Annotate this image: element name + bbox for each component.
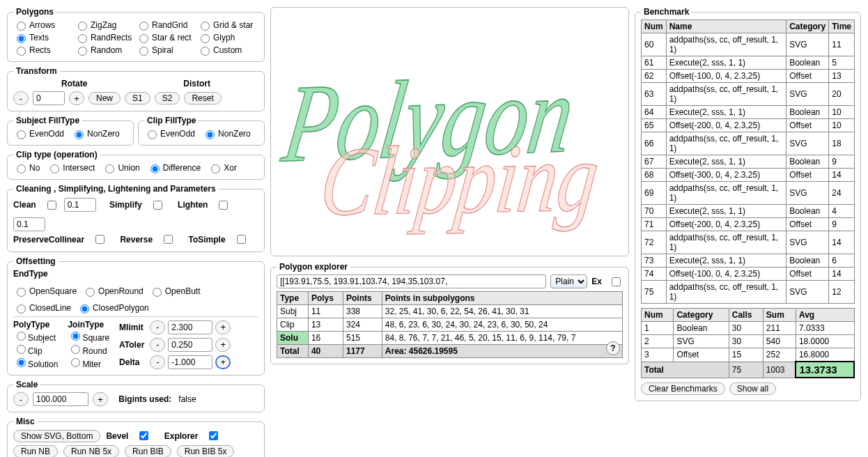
polygon-option-rects[interactable]: Rects: [13, 45, 75, 56]
transform-plus[interactable]: +: [69, 91, 84, 105]
clip-type-no[interactable]: No: [13, 162, 40, 173]
subject-fill-radio-nonzero[interactable]: [75, 130, 84, 139]
bevel-checkbox[interactable]: [139, 431, 148, 440]
transform-s1[interactable]: S1: [125, 92, 150, 104]
clip-type-radio-intersect[interactable]: [50, 164, 59, 173]
endtype-openround[interactable]: OpenRound: [82, 286, 144, 297]
delta-value[interactable]: [168, 355, 212, 369]
polygon-option-random[interactable]: Random: [75, 45, 136, 56]
scale-minus[interactable]: -: [13, 392, 29, 406]
ex-checkbox[interactable]: [612, 277, 621, 286]
simplify-checkbox[interactable]: [153, 201, 162, 210]
lighten-value[interactable]: [13, 217, 45, 231]
clean-checkbox[interactable]: [47, 201, 56, 210]
polygon-option-glyph[interactable]: Glyph: [197, 32, 258, 43]
polygon-option-star-rect[interactable]: Star & rect: [136, 32, 197, 43]
canvas-panel[interactable]: Polygon Clipping: [270, 7, 629, 256]
polygon-option-zigzag[interactable]: ZigZag: [75, 20, 136, 31]
polygon-option-radio-texts[interactable]: [17, 34, 26, 43]
clip-type-radio-no[interactable]: [17, 164, 26, 173]
show-all-button[interactable]: Show all: [729, 382, 776, 395]
polygon-option-radio-grid-star[interactable]: [201, 22, 210, 31]
subject-fill-radio-evenodd[interactable]: [17, 130, 26, 139]
endtype-radio-openround[interactable]: [86, 288, 95, 297]
mlimit-minus[interactable]: -: [150, 320, 165, 334]
mlimit-value[interactable]: [168, 320, 212, 334]
transform-value[interactable]: [33, 91, 65, 105]
clip-type-intersect[interactable]: Intersect: [47, 162, 95, 173]
clip-type-radio-difference[interactable]: [150, 164, 160, 173]
help-icon[interactable]: ?: [606, 341, 620, 355]
endtype-radio-closedpolygon[interactable]: [80, 304, 89, 313]
run-bib-button[interactable]: Run BIB: [125, 445, 171, 457]
clip-fill-radio-nonzero[interactable]: [206, 130, 215, 139]
endtype-closedline[interactable]: ClosedLine: [13, 302, 71, 313]
endtype-closedpolygon[interactable]: ClosedPolygon: [77, 302, 149, 313]
endtype-opensquare[interactable]: OpenSquare: [13, 286, 77, 297]
delta-minus[interactable]: -: [150, 355, 165, 369]
transform-s2[interactable]: S2: [155, 92, 180, 104]
polytype-solution[interactable]: Solution: [13, 359, 58, 369]
reverse-checkbox[interactable]: [164, 235, 173, 244]
scale-value[interactable]: [33, 392, 88, 406]
subject-fill-evenodd[interactable]: EvenOdd: [13, 128, 64, 139]
jointype-miter[interactable]: Miter: [68, 359, 101, 369]
clip-fill-nonzero[interactable]: NonZero: [202, 128, 251, 139]
polygon-option-radio-star-rect[interactable]: [139, 34, 148, 43]
transform-new[interactable]: New: [88, 92, 121, 104]
preserve-checkbox[interactable]: [95, 235, 104, 244]
polygon-option-randrects[interactable]: RandRects: [75, 32, 136, 43]
lighten-checkbox[interactable]: [219, 201, 228, 210]
endtype-openbutt[interactable]: OpenButt: [149, 286, 201, 297]
run-bib5-button[interactable]: Run BIB 5x: [177, 445, 235, 457]
tosimple-checkbox[interactable]: [237, 235, 246, 244]
atoler-plus[interactable]: +: [215, 338, 231, 352]
explorer-format-select[interactable]: Plain: [550, 274, 587, 288]
polygon-option-radio-random[interactable]: [78, 47, 87, 56]
polygon-option-custom[interactable]: Custom: [197, 45, 258, 56]
polygon-option-radio-randrects[interactable]: [78, 34, 87, 43]
show-svg-button[interactable]: Show SVG, Bottom: [13, 430, 100, 442]
transform-minus[interactable]: -: [13, 91, 29, 105]
polygon-option-texts[interactable]: Texts: [13, 32, 75, 43]
polygon-option-radio-spiral[interactable]: [139, 47, 148, 56]
polygon-option-radio-zigzag[interactable]: [78, 22, 87, 31]
polygon-option-grid-star[interactable]: Grid & star: [197, 20, 258, 31]
clip-type-difference[interactable]: Difference: [147, 162, 201, 173]
mlimit-plus[interactable]: +: [215, 320, 231, 334]
benchmark-row: 74Offset(-100, 0, 4, 2.3,25)Offset14: [642, 268, 855, 281]
clean-value[interactable]: [64, 198, 96, 212]
subject-fill-nonzero[interactable]: NonZero: [71, 128, 120, 139]
clip-type-union[interactable]: Union: [102, 162, 139, 173]
clip-fill-radio-evenodd[interactable]: [148, 130, 157, 139]
polytype-subject[interactable]: Subject: [13, 333, 56, 343]
endtype-radio-opensquare[interactable]: [17, 288, 26, 297]
polygon-option-radio-custom[interactable]: [201, 47, 210, 56]
jointype-round[interactable]: Round: [68, 346, 107, 356]
delta-plus[interactable]: +: [215, 355, 231, 369]
atoler-minus[interactable]: -: [150, 338, 165, 352]
clip-type-xor[interactable]: Xor: [208, 162, 237, 173]
clip-type-radio-union[interactable]: [105, 164, 114, 173]
clip-fill-evenodd[interactable]: EvenOdd: [144, 128, 195, 139]
run-nb-button[interactable]: Run NB: [13, 445, 58, 457]
endtype-radio-closedline[interactable]: [17, 304, 26, 313]
run-nb5-button[interactable]: Run NB 5x: [63, 445, 119, 457]
clip-type-radio-xor[interactable]: [211, 164, 220, 173]
polygon-option-arrows[interactable]: Arrows: [13, 20, 75, 31]
polygon-option-radio-rects[interactable]: [17, 47, 26, 56]
polytype-clip[interactable]: Clip: [13, 346, 42, 356]
jointype-square[interactable]: Square: [68, 333, 109, 343]
transform-reset[interactable]: Reset: [184, 92, 221, 104]
explorer-raw-input[interactable]: [277, 274, 546, 288]
explorer-checkbox[interactable]: [209, 431, 218, 440]
endtype-radio-openbutt[interactable]: [153, 288, 162, 297]
polygon-option-radio-arrows[interactable]: [17, 22, 26, 31]
polygon-option-radio-glyph[interactable]: [201, 34, 210, 43]
atoler-value[interactable]: [168, 338, 212, 352]
polygon-option-spiral[interactable]: Spiral: [136, 45, 197, 56]
scale-plus[interactable]: +: [93, 392, 108, 406]
polygon-option-randgrid[interactable]: RandGrid: [136, 20, 197, 31]
clear-benchmarks-button[interactable]: Clear Benchmarks: [641, 382, 725, 395]
polygon-option-radio-randgrid[interactable]: [139, 22, 148, 31]
